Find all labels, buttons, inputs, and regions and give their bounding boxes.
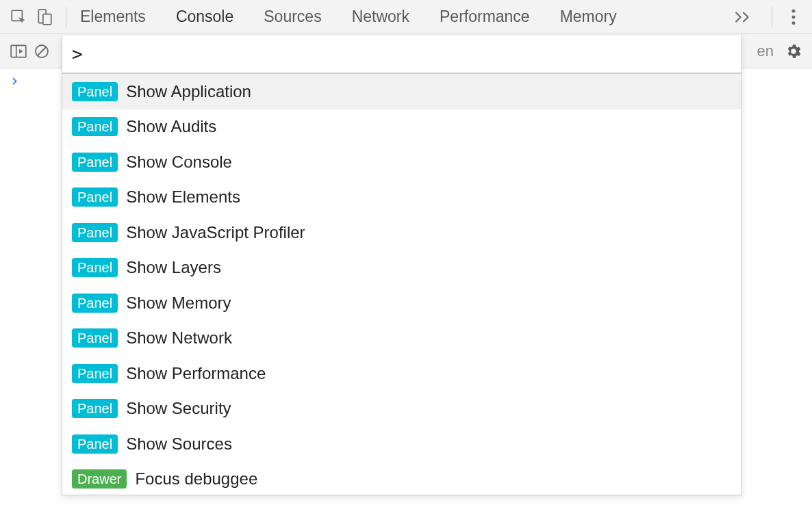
inspect-element-icon[interactable]	[5, 4, 31, 30]
panel-badge: Panel	[72, 82, 118, 101]
panel-badge: Panel	[72, 223, 118, 242]
tab-performance[interactable]: Performance	[440, 8, 530, 26]
command-menu-item[interactable]: PanelShow Network	[62, 321, 741, 356]
panel-badge: Panel	[72, 294, 118, 313]
command-menu-item-label: Show Performance	[126, 364, 266, 383]
console-settings-icon[interactable]	[782, 40, 805, 63]
panel-badge: Panel	[72, 434, 118, 454]
command-menu-item-label: Show Layers	[126, 258, 221, 277]
tab-memory[interactable]: Memory	[560, 8, 617, 26]
command-menu-item-label: Show Application	[126, 82, 251, 101]
devtools-tabbar: Elements Console Sources Network Perform…	[0, 0, 812, 34]
command-menu-item[interactable]: PanelShow Audits	[62, 109, 741, 145]
command-menu-item-label: Show Elements	[126, 187, 240, 207]
command-menu-item-label: Show Network	[126, 328, 232, 348]
panel-badge: Panel	[72, 399, 118, 418]
command-menu-item-label: Show Audits	[126, 117, 216, 136]
tab-sources[interactable]: Sources	[264, 8, 321, 26]
panel-badge: Panel	[72, 117, 118, 136]
svg-line-10	[38, 47, 46, 55]
command-menu-item[interactable]: PanelShow Performance	[62, 356, 741, 391]
clear-console-icon[interactable]	[30, 40, 53, 63]
command-menu-item[interactable]: PanelShow Security	[62, 391, 741, 427]
command-menu-item[interactable]: DrawerFocus debuggee	[62, 462, 741, 495]
panel-badge: Panel	[72, 258, 118, 277]
command-menu-item-label: Show Sources	[126, 434, 232, 454]
console-settings-fragment: en	[757, 42, 774, 60]
command-menu-item-label: Show Memory	[126, 294, 231, 313]
panel-badge: Panel	[72, 364, 118, 383]
svg-point-3	[792, 9, 796, 12]
drawer-badge: Drawer	[72, 469, 127, 489]
command-menu-item[interactable]: PanelShow Sources	[62, 426, 741, 462]
panel-badge: Panel	[72, 153, 118, 172]
tab-network[interactable]: Network	[352, 8, 409, 26]
devtools-menu-icon[interactable]	[781, 8, 807, 26]
command-menu-item-label: Show JavaScript Profiler	[126, 223, 305, 242]
command-menu-item-label: Show Security	[126, 399, 231, 418]
panel-badge: Panel	[72, 328, 118, 348]
command-menu-item-label: Show Console	[126, 153, 232, 172]
command-menu-item[interactable]: PanelShow Application	[62, 74, 741, 109]
svg-rect-2	[43, 14, 51, 24]
svg-point-5	[792, 21, 796, 25]
command-menu-item[interactable]: PanelShow Console	[62, 144, 741, 180]
console-prompt-icon[interactable]: ›	[10, 71, 19, 90]
tab-elements[interactable]: Elements	[80, 8, 146, 26]
command-menu-item[interactable]: PanelShow Elements	[62, 180, 741, 216]
command-menu-input[interactable]: >	[62, 36, 741, 74]
panel-badge: Panel	[72, 187, 118, 207]
command-menu-prompt: >	[72, 44, 83, 64]
device-toolbar-icon[interactable]	[31, 4, 58, 30]
tabbar-divider-right	[772, 7, 772, 27]
svg-rect-6	[11, 45, 26, 57]
command-menu-item[interactable]: PanelShow Memory	[62, 285, 741, 321]
svg-marker-8	[19, 49, 23, 53]
command-menu-item[interactable]: PanelShow Layers	[62, 250, 741, 286]
command-menu-item-label: Focus debuggee	[135, 469, 257, 489]
command-menu-item[interactable]: PanelShow JavaScript Profiler	[62, 215, 741, 250]
command-menu: > PanelShow ApplicationPanelShow AuditsP…	[62, 36, 742, 495]
tab-console[interactable]: Console	[176, 8, 233, 26]
tabbar-divider	[66, 7, 66, 27]
command-menu-list: PanelShow ApplicationPanelShow AuditsPan…	[62, 74, 741, 495]
more-tabs-icon[interactable]	[731, 4, 757, 30]
devtools-tabs: Elements Console Sources Network Perform…	[80, 8, 717, 26]
svg-point-4	[792, 15, 796, 18]
toggle-console-sidebar-icon[interactable]	[7, 40, 30, 63]
